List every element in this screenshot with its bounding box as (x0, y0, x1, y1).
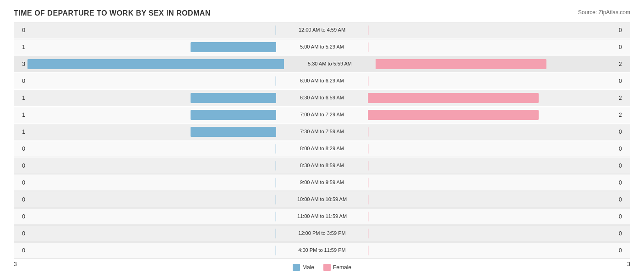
right-bar-area (368, 245, 617, 256)
right-bar-area (368, 76, 617, 86)
time-label: 10:00 AM to 10:59 AM (276, 196, 368, 202)
male-bar (275, 195, 276, 205)
male-bar (275, 212, 276, 222)
table-row: 1 6:30 AM to 6:59 AM 2 (14, 90, 630, 106)
time-label: 9:00 AM to 9:59 AM (276, 180, 368, 185)
right-bar-area (376, 59, 617, 69)
female-value: 2 (617, 112, 630, 118)
female-bar (368, 127, 369, 137)
legend-female-box (323, 264, 331, 271)
table-row: 1 5:00 AM to 5:29 AM 0 (14, 39, 630, 55)
male-value: 0 (14, 247, 27, 254)
male-value: 1 (14, 129, 27, 135)
table-row: 3 5:30 AM to 5:59 AM 2 (14, 56, 630, 72)
female-value: 0 (617, 213, 630, 220)
female-value: 0 (617, 163, 630, 169)
chart-container: TIME OF DEPARTURE TO WORK BY SEX IN RODM… (0, 0, 644, 272)
female-bar (368, 76, 369, 86)
time-label: 7:30 AM to 7:59 AM (276, 129, 368, 135)
male-value: 0 (14, 27, 27, 33)
female-value: 0 (617, 44, 630, 50)
left-bar-area (27, 110, 276, 120)
female-bar (368, 42, 369, 52)
female-bar (376, 59, 546, 69)
female-bar (368, 93, 539, 103)
male-value: 0 (14, 180, 27, 186)
male-bar (27, 59, 284, 69)
right-bar-area (368, 178, 617, 188)
left-bar-area (27, 245, 276, 256)
male-value: 0 (14, 213, 27, 220)
male-value: 0 (14, 78, 27, 84)
male-bar (275, 178, 276, 188)
male-bar (275, 25, 276, 35)
axis-right-label: 3 (627, 261, 630, 271)
male-value: 0 (14, 163, 27, 169)
left-bar-area (27, 127, 276, 137)
male-value: 1 (14, 44, 27, 50)
right-bar-area (368, 93, 617, 103)
female-bar (368, 228, 369, 239)
time-label: 8:00 AM to 8:29 AM (276, 146, 368, 152)
female-value: 0 (617, 129, 630, 135)
chart-area: 0 12:00 AM to 4:59 AM 0 1 5:00 AM to 5:2… (14, 22, 630, 259)
female-value: 0 (617, 27, 630, 33)
table-row: 0 12:00 PM to 3:59 PM 0 (14, 225, 630, 242)
source-text: Source: ZipAtlas.com (578, 9, 630, 16)
female-value: 0 (617, 146, 630, 152)
female-bar (368, 245, 369, 256)
left-bar-area (27, 212, 276, 222)
legend-male-label: Male (302, 264, 314, 271)
axis-left-label: 3 (14, 261, 17, 271)
right-bar-area (368, 212, 617, 222)
female-bar (368, 161, 369, 171)
table-row: 1 7:30 AM to 7:59 AM 0 (14, 124, 630, 140)
male-value: 0 (14, 146, 27, 152)
table-row: 0 8:00 AM to 8:29 AM 0 (14, 141, 630, 157)
right-bar-area (368, 161, 617, 171)
male-bar (191, 110, 276, 120)
table-row: 0 6:00 AM to 6:29 AM 0 (14, 73, 630, 89)
male-value: 0 (14, 230, 27, 237)
table-row: 0 9:00 AM to 9:59 AM 0 (14, 174, 630, 191)
female-bar (368, 195, 369, 205)
female-value: 0 (617, 230, 630, 237)
table-row: 0 10:00 AM to 10:59 AM 0 (14, 191, 630, 208)
legend-male-box (293, 264, 300, 271)
right-bar-area (368, 144, 617, 154)
right-bar-area (368, 228, 617, 239)
female-value: 2 (617, 61, 630, 67)
female-bar (368, 144, 369, 154)
legend-female: Female (323, 264, 351, 271)
male-bar (191, 42, 276, 52)
time-label: 6:00 AM to 6:29 AM (276, 78, 368, 84)
time-label: 8:30 AM to 8:59 AM (276, 163, 368, 169)
female-value: 0 (617, 78, 630, 84)
time-label: 6:30 AM to 6:59 AM (276, 95, 368, 101)
legend-female-label: Female (333, 264, 351, 271)
time-label: 4:00 PM to 11:59 PM (276, 247, 368, 253)
female-value: 0 (617, 180, 630, 186)
right-bar-area (368, 25, 617, 35)
female-value: 0 (617, 196, 630, 203)
left-bar-area (27, 76, 276, 86)
female-bar (368, 25, 369, 35)
left-bar-area (27, 161, 276, 171)
male-bar (275, 76, 276, 86)
female-value: 2 (617, 95, 630, 101)
time-label: 12:00 AM to 4:59 AM (276, 27, 368, 33)
female-value: 0 (617, 247, 630, 254)
time-label: 12:00 PM to 3:59 PM (276, 230, 368, 236)
left-bar-area (27, 42, 276, 52)
male-bar (275, 245, 276, 256)
male-bar (275, 144, 276, 154)
legend-male: Male (293, 264, 314, 271)
legend: Male Female (293, 264, 351, 271)
female-bar (368, 110, 539, 120)
left-bar-area (27, 144, 276, 154)
time-label: 5:00 AM to 5:29 AM (276, 44, 368, 50)
male-value: 3 (14, 61, 27, 67)
male-bar (275, 228, 276, 239)
time-label: 5:30 AM to 5:59 AM (284, 61, 376, 67)
table-row: 0 4:00 PM to 11:59 PM 0 (14, 242, 630, 259)
